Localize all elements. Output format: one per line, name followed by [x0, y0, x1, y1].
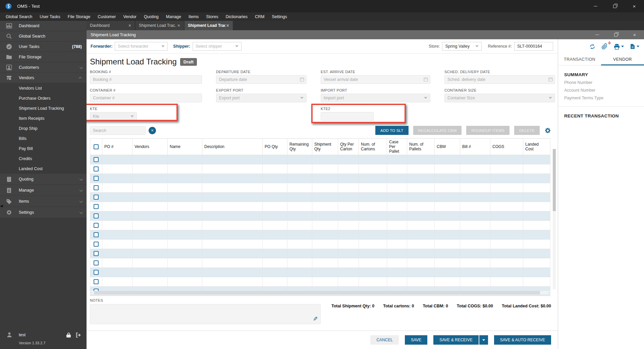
row-checkbox[interactable] — [94, 185, 99, 190]
sidebar-subitem-item-receipts[interactable]: Item Receipts — [0, 113, 87, 123]
row-checkbox[interactable] — [94, 213, 99, 218]
row-checkbox[interactable] — [94, 204, 99, 209]
sidebar-subitem-purchase-orders[interactable]: Purchase Orders — [0, 93, 87, 103]
menu-file-storage[interactable]: File Storage — [64, 12, 94, 21]
refresh-icon[interactable] — [589, 43, 596, 50]
notes-textarea[interactable]: ✎ — [90, 304, 321, 324]
horizontal-scrollbar[interactable]: ‹ › — [90, 291, 550, 294]
row-checkbox[interactable] — [94, 279, 99, 284]
save-and-auto-receive-button[interactable]: SAVE & AUTO RECEIVE — [494, 335, 551, 345]
container-size-select[interactable]: Container Size — [444, 94, 555, 102]
restore-button[interactable] — [605, 0, 625, 12]
store-select[interactable]: Spring Valley — [442, 42, 482, 51]
sidebar-item-quoting[interactable]: ? Quoting — [0, 174, 87, 185]
row-checkbox[interactable] — [94, 232, 99, 237]
vertical-scrollbar-thumb[interactable] — [553, 149, 556, 211]
sidebar-subitem-shipment-load-tracking[interactable]: Shipment Load Tracking — [0, 103, 87, 113]
inner-minimize-button[interactable] — [588, 30, 606, 39]
menu-vendor[interactable]: Vendor — [119, 12, 140, 21]
menu-crm[interactable]: CRM — [251, 12, 268, 21]
menu-items[interactable]: Items — [185, 12, 203, 21]
tab-close-icon[interactable]: × — [225, 23, 230, 28]
recalculate-cbm-button[interactable]: RECALCULATE CBM — [413, 126, 462, 135]
sidebar-collapse-handle[interactable]: ◀ — [0, 204, 3, 208]
sidebar-subitem-drop-ship[interactable]: Drop Ship — [0, 123, 87, 134]
delete-button[interactable]: DELETE — [514, 126, 540, 135]
vertical-scrollbar[interactable] — [553, 149, 556, 289]
search-input[interactable] — [90, 126, 146, 135]
save-and-receive-button[interactable]: SAVE & RECEIVE — [433, 335, 478, 345]
import-port-select[interactable]: Import port — [321, 94, 430, 102]
add-to-slt-button[interactable]: ADD TO SLT — [375, 126, 408, 135]
row-checkbox[interactable] — [94, 270, 99, 275]
kte-select[interactable]: Kte — [90, 112, 137, 121]
row-checkbox[interactable] — [94, 242, 99, 247]
inner-close-button[interactable]: × — [625, 30, 644, 39]
tab-transaction[interactable]: TRANSACTION — [558, 54, 601, 65]
cancel-button[interactable]: CANCEL — [370, 335, 399, 345]
minimize-button[interactable] — [586, 0, 605, 12]
tab-shipment-load-tracking-2[interactable]: Shipment Load Trac... × — [184, 21, 233, 30]
menu-global-search[interactable]: Global Search — [2, 12, 36, 21]
sidebar-subitem-vendors-list[interactable]: Vendors List — [0, 83, 87, 93]
row-checkbox[interactable] — [94, 260, 99, 265]
row-checkbox[interactable] — [94, 223, 99, 228]
reference-input[interactable] — [514, 42, 553, 51]
lock-icon[interactable] — [66, 332, 71, 338]
document-report-icon[interactable] — [630, 43, 639, 50]
sidebar-subitem-pay-bill[interactable]: Pay Bill — [0, 144, 87, 154]
est-arrive-date-input[interactable] — [321, 75, 430, 84]
edit-pencil-icon[interactable]: ✎ — [313, 315, 318, 322]
sidebar-item-customers[interactable]: Customers — [0, 62, 87, 73]
save-button[interactable]: SAVE — [405, 335, 427, 345]
tab-close-icon[interactable]: × — [176, 23, 181, 28]
inner-restore-button[interactable] — [606, 30, 625, 39]
forwarder-select[interactable]: Select forwarder — [115, 42, 168, 51]
shipper-select[interactable]: Select shipper — [193, 42, 241, 51]
sidebar-item-items[interactable]: Items — [0, 196, 87, 207]
grid-settings-gear-icon[interactable] — [544, 127, 551, 134]
container-input[interactable] — [90, 94, 202, 102]
row-checkbox[interactable] — [94, 195, 99, 200]
sidebar-item-vendors[interactable]: Vendors — [0, 73, 87, 83]
sidebar-subitem-credits[interactable]: Credits — [0, 154, 87, 164]
roundup-items-button[interactable]: ROUNDUP ITEMS — [466, 126, 509, 135]
menu-settings[interactable]: Settings — [268, 12, 290, 21]
select-all-checkbox[interactable] — [94, 144, 99, 149]
sidebar-item-manage[interactable]: Manage — [0, 185, 87, 196]
sidebar-item-user-tasks[interactable]: User Tasks (788) — [0, 42, 87, 52]
tab-close-icon[interactable]: × — [127, 23, 132, 28]
row-checkbox[interactable] — [94, 176, 99, 181]
menu-manage[interactable]: Manage — [162, 12, 185, 21]
booking-input[interactable] — [90, 75, 202, 84]
tab-shipment-load-tracking-1[interactable]: Shipment Load Trac... × — [136, 21, 184, 30]
sched-delivery-date-input[interactable] — [444, 75, 555, 84]
departure-date-input[interactable] — [216, 75, 307, 84]
scroll-left-arrow-icon[interactable]: ‹ — [91, 291, 92, 294]
horizontal-scrollbar-thumb[interactable] — [94, 291, 540, 294]
logout-icon[interactable] — [75, 332, 81, 338]
row-checkbox[interactable] — [94, 251, 99, 256]
sidebar-item-file-storage[interactable]: File Storage — [0, 52, 87, 62]
menu-dictionaries[interactable]: Dictionaries — [222, 12, 251, 21]
menu-quoting[interactable]: Quoting — [140, 12, 162, 21]
menu-user-tasks[interactable]: User Tasks — [36, 12, 64, 21]
menu-stores[interactable]: Stores — [203, 12, 222, 21]
save-and-receive-dropdown-button[interactable] — [479, 335, 488, 345]
row-checkbox[interactable] — [94, 157, 99, 162]
attachments-paperclip-icon[interactable]: 0 — [601, 43, 608, 50]
tab-dashboard[interactable]: Dashboard × — [87, 21, 135, 30]
sidebar-subitem-landed-cost[interactable]: Landed Cost — [0, 164, 87, 174]
sidebar-item-dashboard[interactable]: Dashboard — [0, 21, 87, 31]
export-port-select[interactable]: Export port — [216, 94, 307, 102]
sidebar-subitem-bills[interactable]: Bills — [0, 134, 87, 144]
clear-search-button[interactable]: × — [149, 127, 156, 134]
row-checkbox[interactable] — [94, 166, 99, 171]
kte2-input[interactable] — [321, 112, 374, 121]
sidebar-item-global-search[interactable]: Global Search — [0, 31, 87, 42]
menu-customer[interactable]: Customer — [94, 12, 119, 21]
sidebar-item-settings[interactable]: Settings — [0, 207, 87, 218]
print-icon[interactable] — [613, 43, 624, 50]
scroll-right-arrow-icon[interactable]: › — [548, 291, 549, 294]
close-button[interactable]: × — [625, 0, 644, 12]
